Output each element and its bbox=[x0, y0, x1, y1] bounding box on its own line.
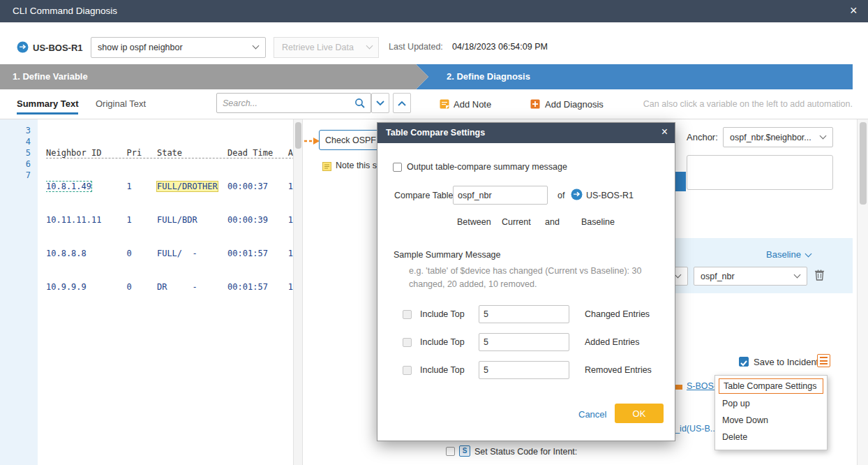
device-icon bbox=[17, 41, 29, 56]
chevron-down-icon bbox=[794, 271, 801, 278]
removed-entries-label: Removed Entries bbox=[585, 365, 652, 375]
cli-output-text: Neighbor ID Pri State Dead Time Addr 10.… bbox=[46, 125, 293, 465]
retrieve-live-data-dropdown[interactable] bbox=[361, 37, 379, 58]
window-titlebar: CLI Command Diagnosis × bbox=[0, 0, 868, 22]
menu-item-delete[interactable]: Delete bbox=[715, 429, 827, 445]
chevron-down-icon bbox=[675, 271, 682, 278]
active-tab-underline bbox=[17, 112, 78, 115]
note-icon bbox=[322, 161, 331, 172]
removed-entries-input[interactable] bbox=[479, 361, 569, 379]
chevron-down-icon bbox=[366, 43, 373, 50]
panel-scrollbar-thumb[interactable] bbox=[860, 122, 867, 205]
device-name: US-BOS-R1 bbox=[33, 43, 83, 53]
delete-trash-icon[interactable] bbox=[814, 269, 825, 283]
cli-header-line: Neighbor ID Pri State Dead Time Addr bbox=[46, 147, 293, 158]
search-box bbox=[216, 93, 371, 113]
compare-table-select-value: ospf_nbr bbox=[701, 272, 735, 281]
window-title: CLI Command Diagnosis bbox=[13, 6, 117, 16]
set-status-code-label: Set Status Code for Intent: bbox=[474, 447, 577, 457]
neighbor-ip-variable[interactable]: 10.8.1.49 bbox=[46, 182, 91, 191]
baseline-dropdown[interactable]: Baseline bbox=[766, 249, 801, 260]
incident-options-menu-button[interactable] bbox=[817, 354, 830, 367]
cli-line: 10.8.8.8 0 FULL/ - 00:01:57 10.9 bbox=[46, 248, 293, 259]
content-divider bbox=[0, 119, 868, 119]
context-menu: Table Compare Settings Pop up Move Down … bbox=[714, 375, 828, 450]
anchor-select[interactable]: ospf_nbr.$neighbor... bbox=[723, 127, 833, 147]
dialog-close-icon[interactable]: × bbox=[661, 126, 668, 138]
terminal-scrollbar[interactable] bbox=[293, 119, 303, 465]
step-define-variable[interactable]: 1. Define Variable bbox=[0, 64, 428, 89]
line-number: 3 bbox=[0, 125, 31, 136]
baseline-value-label[interactable]: Baseline bbox=[581, 217, 615, 227]
current-label[interactable]: Current bbox=[502, 217, 531, 227]
command-select-value: show ip ospf neighbor bbox=[98, 43, 183, 52]
partially-hidden-blue-button[interactable] bbox=[674, 172, 686, 191]
command-select[interactable]: show ip ospf neighbor bbox=[91, 37, 266, 58]
state-variable-highlight[interactable]: FULL/DROTHER bbox=[157, 182, 218, 191]
note-text: Note this st bbox=[336, 161, 380, 170]
dialog-device-name: US-BOS-R1 bbox=[586, 191, 634, 200]
cli-line: 10.11.11.11 1 FULL/BDR 00:00:39 10.8 bbox=[46, 214, 293, 226]
line-numbers: 3 4 5 6 7 bbox=[0, 125, 31, 181]
include-top-removed-checkbox[interactable] bbox=[403, 366, 412, 375]
add-note-button[interactable]: Add Note bbox=[454, 99, 491, 110]
search-icon[interactable] bbox=[354, 98, 366, 112]
compare-table-select[interactable]: ospf_nbr bbox=[694, 267, 807, 286]
anchor-label: Anchor: bbox=[687, 132, 718, 142]
sample-summary-hint: e.g. 'table' of $device has changed (Cur… bbox=[409, 265, 643, 291]
anchor-description-textarea[interactable] bbox=[687, 155, 833, 190]
save-to-incident-label: Save to Incident bbox=[754, 357, 818, 367]
and-label: and bbox=[545, 217, 560, 227]
add-diagnosis-icon bbox=[530, 99, 540, 112]
include-top-changed-checkbox[interactable] bbox=[403, 310, 412, 319]
line-number: 6 bbox=[0, 158, 31, 170]
search-input[interactable] bbox=[223, 94, 352, 112]
ok-button[interactable]: OK bbox=[615, 404, 664, 423]
device-link-fragment[interactable]: S-BOS-R1. bbox=[687, 381, 714, 391]
output-summary-checkbox[interactable] bbox=[393, 163, 402, 172]
line-number: 7 bbox=[0, 170, 31, 181]
include-top-label: Include Top bbox=[420, 309, 465, 319]
set-status-code-checkbox[interactable] bbox=[446, 447, 455, 456]
cli-command-diagnosis-window: CLI Command Diagnosis × US-BOS-R1 show i… bbox=[0, 0, 868, 465]
tab-original-text[interactable]: Original Text bbox=[96, 98, 146, 109]
sample-summary-label: Sample Summary Message bbox=[394, 250, 501, 260]
save-to-incident-checkbox[interactable] bbox=[739, 357, 749, 367]
device-icon bbox=[571, 189, 583, 203]
last-updated-value: 04/18/2023 06:54:09 PM bbox=[452, 42, 548, 52]
compare-table-label: Compare Table bbox=[394, 191, 454, 200]
include-top-label: Include Top bbox=[420, 337, 465, 347]
compare-table-input[interactable] bbox=[453, 186, 548, 205]
between-label: Between bbox=[457, 217, 491, 227]
panel-scrollbar[interactable] bbox=[857, 119, 868, 465]
expression-text-fragment: r_id(US-B... bbox=[672, 424, 714, 434]
retrieve-live-data-button[interactable]: Retrieve Live Data bbox=[274, 37, 362, 58]
added-entries-input[interactable] bbox=[479, 333, 569, 351]
window-close-icon[interactable]: × bbox=[850, 3, 858, 18]
menu-item-pop-up[interactable]: Pop up bbox=[715, 395, 827, 412]
of-label: of bbox=[558, 191, 564, 200]
step-define-diagnosis[interactable]: 2. Define Diagnosis bbox=[416, 64, 853, 89]
include-top-added-checkbox[interactable] bbox=[403, 338, 412, 347]
output-summary-label: Output table-compare summary message bbox=[407, 162, 567, 172]
dialog-header[interactable]: Table Compare Settings × bbox=[377, 123, 675, 143]
add-diagnosis-button[interactable]: Add Diagnosis bbox=[545, 99, 604, 110]
changed-entries-label: Changed Entries bbox=[585, 309, 650, 319]
cli-line: 10.9.9.9 0 DR - 00:01:57 10.9 bbox=[46, 281, 293, 293]
chevron-down-icon bbox=[253, 43, 260, 50]
added-entries-label: Added Entries bbox=[585, 337, 640, 347]
tab-summary-text[interactable]: Summary Text bbox=[17, 98, 79, 109]
retrieve-live-data-label: Retrieve Live Data bbox=[282, 43, 354, 52]
search-next-button[interactable] bbox=[371, 93, 389, 113]
terminal-scrollbar-thumb[interactable] bbox=[295, 122, 301, 149]
cli-line: 10.8.1.49 1 FULL/DROTHER 00:00:37 10.8 bbox=[46, 181, 293, 192]
status-code-icon: S bbox=[459, 445, 470, 457]
menu-item-table-compare-settings[interactable]: Table Compare Settings bbox=[719, 378, 823, 394]
changed-entries-input[interactable] bbox=[479, 305, 569, 323]
menu-item-move-down[interactable]: Move Down bbox=[715, 412, 827, 429]
cancel-button[interactable]: Cancel bbox=[578, 409, 606, 420]
last-updated-label: Last Updated: bbox=[389, 42, 443, 52]
search-prev-button[interactable] bbox=[393, 93, 411, 113]
chevron-down-icon bbox=[820, 132, 827, 139]
anchor-select-value: ospf_nbr.$neighbor... bbox=[730, 133, 811, 142]
